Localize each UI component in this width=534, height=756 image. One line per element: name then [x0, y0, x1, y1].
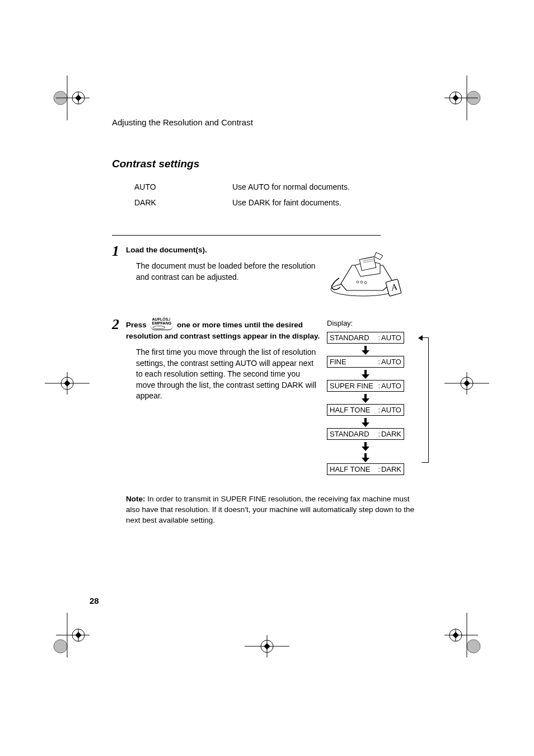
setting-description: Use DARK for faint documents.	[232, 198, 341, 207]
svg-marker-60	[362, 374, 369, 379]
svg-rect-59	[364, 370, 367, 374]
note: Note: In order to transmit in SUPER FINE…	[126, 494, 422, 526]
arrow-down-icon	[327, 370, 404, 380]
key-line1: AUFLÖS./	[152, 317, 171, 321]
svg-marker-62	[362, 398, 369, 403]
section-heading: Contrast settings	[112, 158, 422, 170]
setting-description: Use AUTO for normal documents.	[232, 182, 350, 191]
display-state: STANDARD : DARK	[327, 428, 404, 440]
svg-rect-63	[364, 418, 367, 422]
note-label: Note:	[126, 495, 146, 503]
return-arrow-icon	[421, 337, 429, 463]
contrast-value: DARK	[381, 430, 401, 438]
step-title: Load the document(s).	[126, 246, 321, 254]
fax-machine-icon: A	[327, 246, 408, 299]
svg-rect-67	[364, 453, 367, 458]
svg-point-33	[467, 640, 480, 653]
contrast-value: AUTO	[381, 358, 401, 366]
divider	[112, 235, 381, 236]
svg-point-26	[54, 640, 67, 653]
resolution-value: SUPER FINE	[330, 382, 377, 390]
svg-marker-66	[362, 447, 369, 451]
display-state: STANDARD : AUTO	[327, 332, 404, 344]
registration-mark-icon	[444, 613, 489, 658]
display-label: Display:	[327, 319, 422, 327]
setting-label: DARK	[134, 198, 232, 207]
table-row: DARK Use DARK for faint documents.	[134, 198, 422, 207]
arrow-down-icon	[327, 394, 404, 404]
svg-marker-58	[362, 350, 369, 355]
display-state-flow: STANDARD : AUTO FINE : AUTO SUPER FI	[327, 332, 422, 475]
note-text: In order to transmit in SUPER FINE resol…	[126, 495, 414, 524]
step-number: 2	[112, 317, 126, 332]
arrow-down-icon	[327, 346, 404, 356]
resolution-key-icon: AUFLÖS./ EMPFANG	[151, 317, 174, 330]
resolution-value: STANDARD	[330, 334, 377, 342]
display-state: HALF TONE : DARK	[327, 463, 404, 475]
arrow-down-icon	[327, 442, 404, 452]
svg-rect-65	[364, 442, 367, 447]
contrast-settings-table: AUTO Use AUTO for normal documents. DARK…	[134, 182, 422, 207]
step-2: 2 Press AUFLÖS./ EMPFANG one or more tim…	[112, 317, 422, 477]
contrast-value: AUTO	[381, 334, 401, 342]
contrast-value: AUTO	[381, 406, 401, 414]
step-body: The document must be loaded before the r…	[136, 261, 321, 283]
resolution-value: HALF TONE	[330, 406, 377, 414]
display-state: FINE : AUTO	[327, 356, 404, 368]
contrast-value: DARK	[381, 465, 401, 473]
setting-label: AUTO	[134, 182, 232, 191]
svg-marker-68	[362, 458, 369, 462]
resolution-value: HALF TONE	[330, 465, 377, 473]
step-body: The first time you move through the list…	[136, 347, 321, 402]
contrast-value: AUTO	[381, 382, 401, 390]
display-state: HALF TONE : AUTO	[327, 404, 404, 416]
key-line2: EMPFANG	[152, 321, 172, 325]
page-number: 28	[90, 596, 99, 605]
step-title: Press AUFLÖS./ EMPFANG one or more times…	[126, 319, 321, 340]
step-number: 1	[112, 244, 126, 259]
registration-mark-icon	[45, 613, 90, 658]
resolution-value: STANDARD	[330, 430, 377, 438]
table-row: AUTO Use AUTO for normal documents.	[134, 182, 422, 191]
resolution-value: FINE	[330, 358, 377, 366]
svg-rect-57	[364, 346, 367, 350]
running-header: Adjusting the Resolution and Contrast	[112, 118, 422, 127]
svg-marker-64	[362, 422, 369, 427]
arrow-down-icon	[327, 453, 404, 463]
svg-point-56	[153, 326, 165, 329]
arrow-down-icon	[327, 418, 404, 428]
step-1: 1 Load the document(s). The document mus…	[112, 244, 422, 300]
registration-mark-icon	[245, 624, 289, 669]
display-state: SUPER FINE : AUTO	[327, 380, 404, 392]
svg-rect-61	[364, 394, 367, 398]
text: Press	[126, 321, 149, 329]
